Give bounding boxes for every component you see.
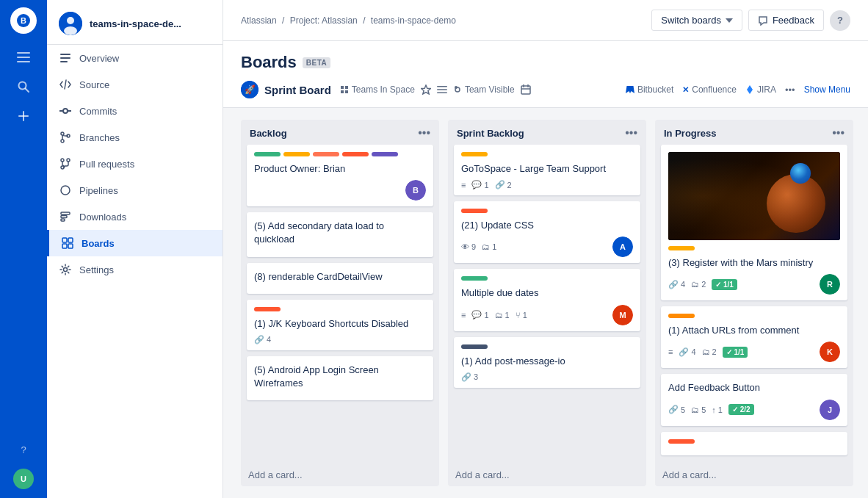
column-title: In Progress (664, 128, 717, 139)
svg-rect-3 (17, 57, 30, 58)
color-tag (283, 152, 310, 156)
nav-item-settings[interactable]: Settings (47, 256, 223, 283)
nav-item-source[interactable]: Source (47, 71, 223, 98)
column-menu-button[interactable]: ••• (832, 127, 845, 139)
nav-item-pipelines[interactable]: Pipelines (47, 177, 223, 203)
visibility-label: Team Visible (465, 84, 515, 95)
topbar-actions: Switch boards Feedback ? (651, 10, 850, 31)
bitbucket-link[interactable]: Bitbucket (626, 84, 673, 95)
board-card[interactable]: (5) Android App Login Screen Wireframes (247, 356, 433, 400)
breadcrumb-repo[interactable]: teams-in-space-demo (371, 15, 456, 26)
card-meta-item: ≡ (668, 347, 673, 356)
card-meta-item: 💬 1 (471, 310, 488, 320)
add-card-button[interactable]: Add a card... (655, 463, 853, 486)
nav-icon-branches (59, 131, 72, 144)
svg-rect-27 (61, 216, 67, 218)
board-card[interactable]: (3) Register with the Mars ministry 🔗 4 … (661, 145, 847, 300)
column-menu-button[interactable]: ••• (625, 127, 637, 139)
color-tag (668, 314, 695, 318)
help-button[interactable]: ? (830, 10, 850, 31)
nav-label-settings: Settings (79, 264, 114, 275)
card-meta-item: 🗂 1 (482, 242, 496, 251)
svg-rect-28 (61, 219, 65, 221)
card-image (668, 152, 840, 240)
menu-item[interactable] (437, 84, 447, 95)
card-title: (1) Attach URLs from comment (668, 324, 840, 337)
column-header: In Progress ••• (655, 120, 853, 145)
sidebar-help-icon[interactable]: ? (12, 438, 35, 461)
sidebar-search-icon[interactable] (12, 75, 35, 98)
card-badge: ✓ 1/1 (723, 347, 748, 358)
board-card[interactable]: (8) renderable CardDetailView (247, 263, 433, 294)
card-stub[interactable] (661, 432, 847, 455)
nav-label-commits: Commits (79, 106, 117, 117)
star-item[interactable] (421, 84, 431, 95)
column-menu-button[interactable]: ••• (418, 127, 430, 139)
card-meta-item: 🔗 3 (461, 372, 478, 382)
nav-item-branches[interactable]: Branches (47, 124, 223, 151)
card-meta-item: 🔗 4 (679, 347, 695, 357)
card-meta-item: ≡ (461, 311, 466, 320)
svg-rect-32 (68, 244, 73, 248)
svg-rect-43 (437, 93, 447, 94)
card-title: Multiple due dates (461, 286, 633, 300)
board-card[interactable]: (5) Add secondary data load to quickload (247, 212, 433, 256)
sidebar-create-icon[interactable] (12, 104, 35, 128)
nav-item-boards[interactable]: Boards (47, 230, 223, 256)
board-card[interactable]: GoToSpace - Large Team Support ≡ 💬 1 🔗 2 (454, 145, 640, 195)
column-sprint-backlog: Sprint Backlog ••• GoToSpace - Large Tea… (448, 120, 646, 486)
sidebar-avatar[interactable]: U (12, 467, 35, 491)
breadcrumb-project[interactable]: Project: Atlassian (290, 15, 358, 26)
nav-icon-downloads (59, 210, 72, 223)
svg-point-11 (64, 26, 77, 35)
add-card-button[interactable]: Add a card... (448, 463, 646, 486)
feedback-button[interactable]: Feedback (748, 10, 824, 31)
color-tag (342, 152, 369, 156)
breadcrumb-atlassian[interactable]: Atlassian (241, 15, 277, 26)
card-meta-item: ↑ 1 (712, 405, 723, 414)
project-icon (59, 12, 82, 35)
svg-rect-39 (345, 90, 348, 93)
jira-link[interactable]: JIRA (745, 84, 776, 95)
nav-item-pull-requests[interactable]: Pull requests (47, 151, 223, 177)
nav-item-commits[interactable]: Commits (47, 98, 223, 124)
jira-label: JIRA (757, 84, 776, 95)
color-tag (668, 246, 695, 250)
color-tag (313, 152, 339, 156)
app-logo[interactable]: B (10, 7, 37, 34)
nav-icon-overview (59, 51, 72, 65)
add-card-button[interactable]: Add a card... (241, 463, 439, 486)
svg-rect-41 (437, 86, 447, 87)
nav-label-overview: Overview (79, 53, 119, 64)
board-card[interactable]: Product Owner: Brian B (247, 145, 433, 206)
board-card[interactable]: Multiple due dates ≡ 💬 1 🗂 1 ⑂ 1 M (454, 269, 640, 331)
nav-item-overview[interactable]: Overview (47, 45, 223, 71)
nav-label-boards: Boards (82, 238, 115, 249)
board-card[interactable]: (1) Attach URLs from comment ≡ 🔗 4 🗂 2 ✓… (661, 306, 847, 368)
board-card[interactable]: (1) J/K Keyboard Shortcuts Disabled 🔗 4 (247, 300, 433, 350)
nav-item-downloads[interactable]: Downloads (47, 203, 223, 230)
column-title: Backlog (250, 128, 287, 139)
show-menu-link[interactable]: Show Menu (804, 84, 850, 95)
board-card[interactable]: (1) Add post-message-io 🔗 3 (454, 337, 640, 388)
column-title: Sprint Backlog (457, 128, 524, 139)
svg-rect-46 (521, 86, 530, 94)
board-card[interactable]: Add Feedback Button 🔗 5 🗂 5 ↑ 1 ✓ 2/2 J (661, 374, 847, 425)
board-title: 🚀 Sprint Board (241, 81, 331, 98)
svg-line-6 (26, 89, 29, 93)
svg-rect-36 (341, 86, 344, 89)
card-meta-item: 🗂 2 (691, 280, 706, 289)
svg-rect-12 (60, 54, 70, 55)
svg-point-23 (67, 159, 70, 162)
confluence-link[interactable]: ✕ Confluence (682, 84, 737, 95)
nav-label-pull-requests: Pull requests (79, 159, 134, 170)
card-meta-item: ⑂ 1 (516, 311, 527, 320)
svg-rect-29 (62, 238, 67, 242)
card-badge: ✓ 1/1 (712, 279, 737, 290)
switch-boards-button[interactable]: Switch boards (651, 10, 742, 31)
sidebar-nav-icon[interactable] (12, 46, 35, 69)
column-header: Sprint Backlog ••• (448, 120, 646, 145)
board-card[interactable]: (21) Update CSS 👁 9 🗂 1 A (454, 201, 640, 263)
workspace-item: Teams In Space (340, 84, 415, 95)
sidebar: B ? U (0, 0, 47, 498)
